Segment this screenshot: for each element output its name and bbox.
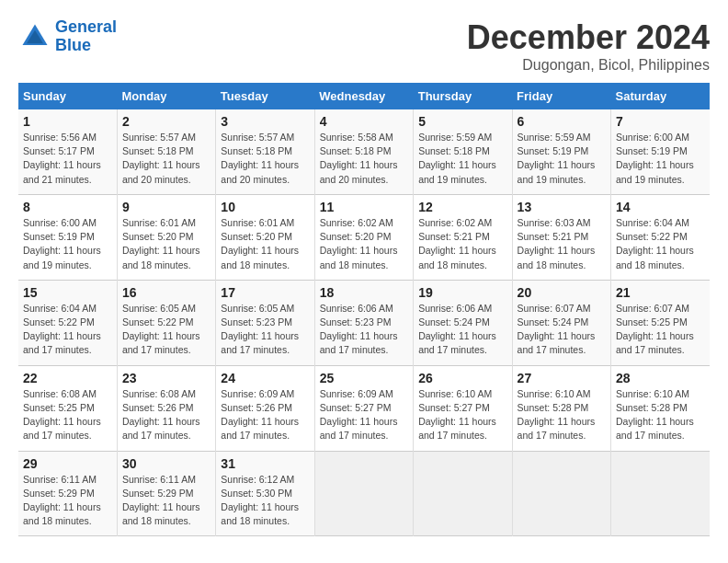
calendar-cell: 26Sunrise: 6:10 AM Sunset: 5:27 PM Dayli…	[414, 365, 512, 451]
calendar-cell: 1Sunrise: 5:56 AM Sunset: 5:17 PM Daylig…	[18, 109, 117, 194]
day-number: 18	[320, 285, 408, 300]
calendar-cell: 19Sunrise: 6:06 AM Sunset: 5:24 PM Dayli…	[414, 280, 512, 365]
day-info: Sunrise: 6:02 AM Sunset: 5:20 PM Dayligh…	[320, 216, 408, 272]
month-title: December 2024	[467, 18, 710, 57]
calendar-cell: 21Sunrise: 6:07 AM Sunset: 5:25 PM Dayli…	[611, 280, 710, 365]
day-number: 7	[616, 114, 705, 129]
day-info: Sunrise: 6:11 AM Sunset: 5:29 PM Dayligh…	[122, 473, 210, 529]
day-info: Sunrise: 6:01 AM Sunset: 5:20 PM Dayligh…	[221, 216, 309, 272]
day-number: 5	[418, 114, 506, 129]
day-info: Sunrise: 6:08 AM Sunset: 5:26 PM Dayligh…	[122, 387, 210, 443]
day-number: 10	[221, 200, 309, 214]
calendar-week-row: 29Sunrise: 6:11 AM Sunset: 5:29 PM Dayli…	[18, 451, 710, 536]
day-number: 12	[418, 200, 506, 214]
title-block: December 2024 Dugongan, Bicol, Philippin…	[467, 18, 710, 74]
calendar-cell: 11Sunrise: 6:02 AM Sunset: 5:20 PM Dayli…	[314, 194, 413, 280]
calendar-cell	[611, 451, 710, 536]
calendar-cell: 5Sunrise: 5:59 AM Sunset: 5:18 PM Daylig…	[414, 109, 512, 194]
calendar-cell: 12Sunrise: 6:02 AM Sunset: 5:21 PM Dayli…	[414, 194, 512, 280]
day-info: Sunrise: 6:02 AM Sunset: 5:21 PM Dayligh…	[418, 216, 506, 272]
calendar-cell: 29Sunrise: 6:11 AM Sunset: 5:29 PM Dayli…	[18, 451, 117, 536]
calendar-cell: 31Sunrise: 6:12 AM Sunset: 5:30 PM Dayli…	[216, 451, 314, 536]
day-number: 29	[23, 456, 112, 471]
day-info: Sunrise: 6:08 AM Sunset: 5:25 PM Dayligh…	[23, 387, 112, 443]
calendar-cell: 7Sunrise: 6:00 AM Sunset: 5:19 PM Daylig…	[611, 109, 710, 194]
logo: General Blue	[18, 18, 117, 55]
calendar-cell: 20Sunrise: 6:07 AM Sunset: 5:24 PM Dayli…	[512, 280, 610, 365]
day-info: Sunrise: 6:00 AM Sunset: 5:19 PM Dayligh…	[23, 216, 112, 272]
day-info: Sunrise: 6:04 AM Sunset: 5:22 PM Dayligh…	[616, 216, 705, 272]
day-number: 30	[122, 456, 210, 471]
day-number: 15	[23, 285, 112, 300]
day-number: 13	[518, 200, 606, 214]
day-info: Sunrise: 5:57 AM Sunset: 5:18 PM Dayligh…	[221, 131, 309, 187]
calendar-cell: 4Sunrise: 5:58 AM Sunset: 5:18 PM Daylig…	[314, 109, 413, 194]
day-number: 23	[122, 371, 210, 385]
day-number: 22	[23, 371, 112, 385]
logo-icon	[18, 20, 51, 53]
day-number: 11	[320, 200, 408, 214]
calendar-cell: 8Sunrise: 6:00 AM Sunset: 5:19 PM Daylig…	[18, 194, 117, 280]
day-info: Sunrise: 6:06 AM Sunset: 5:24 PM Dayligh…	[418, 302, 506, 358]
day-info: Sunrise: 5:58 AM Sunset: 5:18 PM Dayligh…	[320, 131, 408, 187]
header-thursday: Thursday	[414, 83, 512, 109]
calendar-cell	[512, 451, 610, 536]
day-info: Sunrise: 6:01 AM Sunset: 5:20 PM Dayligh…	[122, 216, 210, 272]
day-number: 4	[320, 114, 408, 129]
day-info: Sunrise: 6:05 AM Sunset: 5:23 PM Dayligh…	[221, 302, 309, 358]
calendar-cell: 27Sunrise: 6:10 AM Sunset: 5:28 PM Dayli…	[512, 365, 610, 451]
day-number: 21	[616, 285, 705, 300]
calendar-cell: 2Sunrise: 5:57 AM Sunset: 5:18 PM Daylig…	[117, 109, 215, 194]
day-number: 26	[418, 371, 506, 385]
day-info: Sunrise: 6:10 AM Sunset: 5:28 PM Dayligh…	[518, 387, 606, 443]
location-subtitle: Dugongan, Bicol, Philippines	[467, 57, 710, 74]
day-info: Sunrise: 6:05 AM Sunset: 5:22 PM Dayligh…	[122, 302, 210, 358]
day-number: 25	[320, 371, 408, 385]
day-number: 14	[616, 200, 705, 214]
day-number: 19	[418, 285, 506, 300]
header-monday: Monday	[117, 83, 215, 109]
page-header: General Blue December 2024 Dugongan, Bic…	[18, 18, 710, 74]
day-number: 16	[122, 285, 210, 300]
calendar-week-row: 8Sunrise: 6:00 AM Sunset: 5:19 PM Daylig…	[18, 194, 710, 280]
header-saturday: Saturday	[611, 83, 710, 109]
calendar-cell	[314, 451, 413, 536]
calendar-cell: 6Sunrise: 5:59 AM Sunset: 5:19 PM Daylig…	[512, 109, 610, 194]
day-info: Sunrise: 6:07 AM Sunset: 5:24 PM Dayligh…	[518, 302, 606, 358]
logo-text: General Blue	[55, 18, 117, 55]
day-number: 2	[122, 114, 210, 129]
day-info: Sunrise: 6:06 AM Sunset: 5:23 PM Dayligh…	[320, 302, 408, 358]
day-info: Sunrise: 5:56 AM Sunset: 5:17 PM Dayligh…	[23, 131, 112, 187]
day-info: Sunrise: 6:10 AM Sunset: 5:28 PM Dayligh…	[616, 387, 705, 443]
day-info: Sunrise: 5:59 AM Sunset: 5:19 PM Dayligh…	[518, 131, 606, 187]
calendar-week-row: 1Sunrise: 5:56 AM Sunset: 5:17 PM Daylig…	[18, 109, 710, 194]
day-number: 24	[221, 371, 309, 385]
day-number: 9	[122, 200, 210, 214]
header-tuesday: Tuesday	[216, 83, 314, 109]
weekday-header-row: Sunday Monday Tuesday Wednesday Thursday…	[18, 83, 710, 109]
day-number: 20	[518, 285, 606, 300]
day-info: Sunrise: 6:00 AM Sunset: 5:19 PM Dayligh…	[616, 131, 705, 187]
calendar-cell: 18Sunrise: 6:06 AM Sunset: 5:23 PM Dayli…	[314, 280, 413, 365]
day-number: 27	[518, 371, 606, 385]
calendar-week-row: 15Sunrise: 6:04 AM Sunset: 5:22 PM Dayli…	[18, 280, 710, 365]
calendar-cell: 10Sunrise: 6:01 AM Sunset: 5:20 PM Dayli…	[216, 194, 314, 280]
day-info: Sunrise: 6:04 AM Sunset: 5:22 PM Dayligh…	[23, 302, 112, 358]
header-sunday: Sunday	[18, 83, 117, 109]
day-info: Sunrise: 6:07 AM Sunset: 5:25 PM Dayligh…	[616, 302, 705, 358]
day-number: 8	[23, 200, 112, 214]
calendar-table: Sunday Monday Tuesday Wednesday Thursday…	[18, 83, 710, 536]
calendar-cell: 28Sunrise: 6:10 AM Sunset: 5:28 PM Dayli…	[611, 365, 710, 451]
calendar-cell: 24Sunrise: 6:09 AM Sunset: 5:26 PM Dayli…	[216, 365, 314, 451]
calendar-cell: 14Sunrise: 6:04 AM Sunset: 5:22 PM Dayli…	[611, 194, 710, 280]
day-number: 28	[616, 371, 705, 385]
calendar-cell: 25Sunrise: 6:09 AM Sunset: 5:27 PM Dayli…	[314, 365, 413, 451]
header-friday: Friday	[512, 83, 610, 109]
calendar-week-row: 22Sunrise: 6:08 AM Sunset: 5:25 PM Dayli…	[18, 365, 710, 451]
day-info: Sunrise: 6:09 AM Sunset: 5:26 PM Dayligh…	[221, 387, 309, 443]
calendar-cell: 9Sunrise: 6:01 AM Sunset: 5:20 PM Daylig…	[117, 194, 215, 280]
day-info: Sunrise: 6:09 AM Sunset: 5:27 PM Dayligh…	[320, 387, 408, 443]
calendar-cell: 16Sunrise: 6:05 AM Sunset: 5:22 PM Dayli…	[117, 280, 215, 365]
day-info: Sunrise: 5:59 AM Sunset: 5:18 PM Dayligh…	[418, 131, 506, 187]
day-info: Sunrise: 5:57 AM Sunset: 5:18 PM Dayligh…	[122, 131, 210, 187]
